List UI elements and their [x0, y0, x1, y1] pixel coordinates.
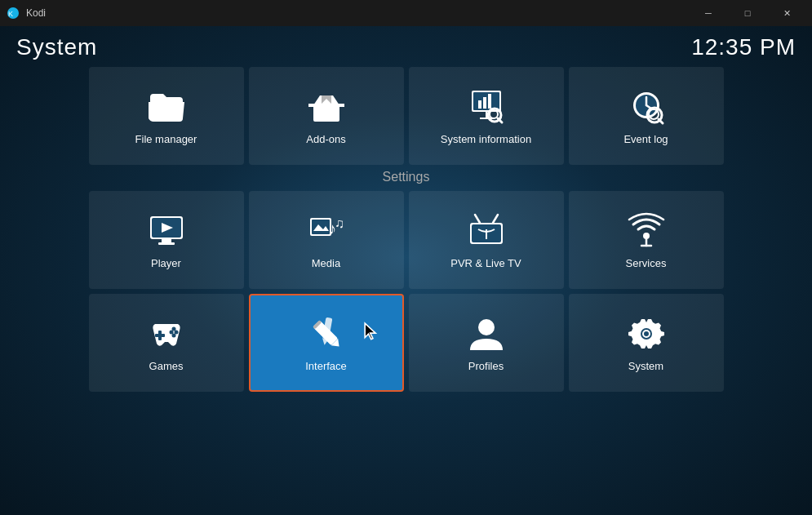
tile-system-information[interactable]: System information [409, 67, 564, 165]
tile-row-3: Games Interface [16, 294, 796, 392]
pvr-icon [467, 211, 506, 251]
svg-line-14 [498, 118, 502, 122]
tile-services[interactable]: Services [569, 191, 724, 289]
svg-rect-26 [158, 242, 175, 245]
interface-icon [307, 314, 346, 353]
addons-icon [307, 87, 346, 127]
tile-event-log[interactable]: Event log [569, 67, 724, 165]
kodi-logo: K [7, 7, 20, 20]
settings-label: Settings [16, 170, 796, 184]
tile-system[interactable]: System [569, 294, 724, 392]
player-icon [147, 211, 186, 251]
svg-point-45 [171, 326, 175, 331]
tile-player[interactable]: Player [89, 191, 244, 289]
tile-pvr-live-tv[interactable]: PVR & Live TV [409, 191, 564, 289]
svg-text:♫: ♫ [335, 216, 344, 230]
add-ons-label: Add-ons [306, 133, 345, 145]
tile-file-manager[interactable]: File manager [89, 67, 244, 165]
tile-interface[interactable]: Interface [249, 294, 404, 392]
media-label: Media [312, 257, 340, 269]
interface-label: Interface [305, 360, 347, 372]
svg-rect-7 [483, 97, 486, 109]
svg-marker-51 [365, 323, 375, 340]
svg-rect-25 [162, 239, 171, 242]
svg-line-35 [493, 215, 498, 223]
pvr-label: PVR & Live TV [450, 257, 521, 269]
titlebar-left: K Kodi [7, 7, 46, 20]
page-title: System [16, 34, 97, 60]
system-info-icon [467, 87, 506, 127]
clock: 12:35 PM [691, 34, 796, 60]
svg-text:K: K [8, 10, 13, 18]
svg-line-34 [475, 215, 480, 223]
services-icon [627, 211, 666, 251]
maximize-button[interactable]: □ [729, 0, 766, 26]
svg-point-52 [478, 319, 495, 335]
system-label: System [628, 360, 663, 372]
svg-rect-8 [488, 94, 491, 109]
tile-row-2: Player ♪ ♫ Media [16, 191, 796, 289]
player-label: Player [151, 257, 181, 269]
app-title: Kodi [26, 7, 46, 19]
svg-point-43 [174, 330, 178, 334]
svg-line-21 [659, 119, 663, 123]
system-settings-icon [627, 314, 666, 353]
svg-point-42 [169, 330, 173, 334]
tile-media[interactable]: ♪ ♫ Media [249, 191, 404, 289]
titlebar: K Kodi ─ □ ✕ [0, 0, 812, 26]
window-controls: ─ □ ✕ [690, 0, 805, 26]
games-label: Games [149, 360, 184, 372]
tile-add-ons[interactable]: Add-ons [249, 67, 404, 165]
svg-rect-2 [313, 105, 339, 122]
profiles-icon [467, 314, 506, 353]
cursor-icon [363, 322, 384, 343]
tile-games[interactable]: Games [89, 294, 244, 392]
svg-rect-6 [478, 100, 481, 109]
minimize-button[interactable]: ─ [690, 0, 727, 26]
event-log-label: Event log [623, 133, 668, 145]
system-info-label: System information [441, 133, 531, 145]
file-manager-label: File manager [135, 133, 197, 145]
media-icon: ♪ ♫ [307, 211, 346, 251]
svg-rect-41 [155, 334, 165, 337]
svg-point-44 [171, 333, 175, 337]
main-content: System 12:35 PM File manager Add-ons [0, 26, 812, 515]
folder-icon [147, 87, 186, 127]
close-button[interactable]: ✕ [768, 0, 805, 26]
profiles-label: Profiles [468, 360, 504, 372]
tile-row-1: File manager Add-ons [16, 67, 796, 165]
top-bar: System 12:35 PM [16, 26, 796, 67]
services-label: Services [626, 257, 667, 269]
event-log-icon [627, 87, 666, 127]
tile-profiles[interactable]: Profiles [409, 294, 564, 392]
gamepad-icon [147, 314, 186, 353]
